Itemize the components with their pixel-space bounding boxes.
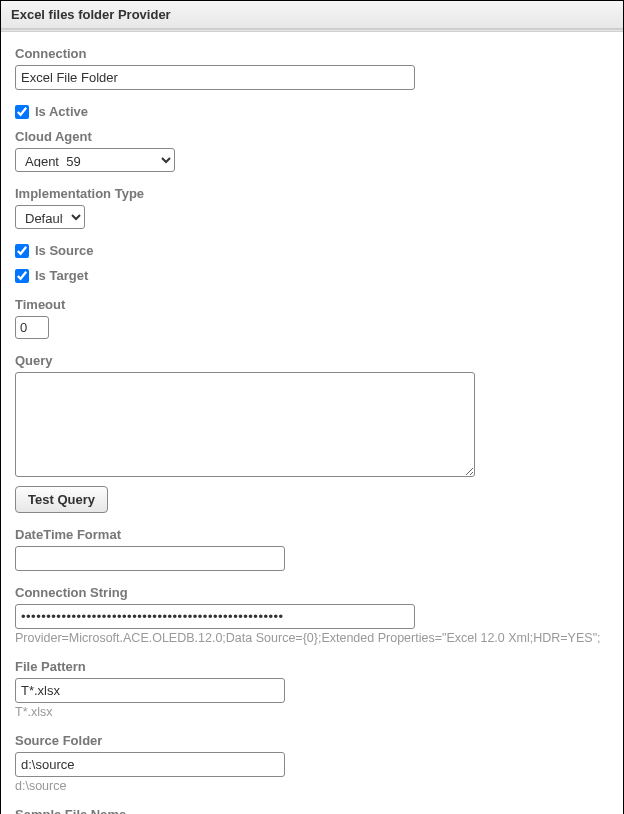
implementation-type-group: Implementation Type Default [15, 186, 609, 229]
query-group: Query Test Query [15, 353, 609, 513]
connection-input[interactable] [15, 65, 415, 90]
sample-file-name-label: Sample File Name [15, 807, 609, 814]
sample-file-name-group: Sample File Name sample.xlsx [15, 807, 609, 814]
file-pattern-label: File Pattern [15, 659, 609, 674]
file-pattern-input[interactable] [15, 678, 285, 703]
is-active-row: Is Active [15, 104, 609, 119]
datetime-format-input[interactable] [15, 546, 285, 571]
is-active-label: Is Active [35, 104, 88, 119]
query-textarea[interactable] [15, 372, 475, 477]
is-source-row: Is Source [15, 243, 609, 258]
connection-string-input[interactable] [15, 604, 415, 629]
test-query-button[interactable]: Test Query [15, 486, 108, 513]
window-title: Excel files folder Provider [1, 1, 623, 29]
connection-string-label: Connection String [15, 585, 609, 600]
timeout-group: Timeout [15, 297, 609, 339]
cloud-agent-select[interactable]: Agent_59 [15, 148, 175, 172]
timeout-label: Timeout [15, 297, 609, 312]
is-target-row: Is Target [15, 268, 609, 283]
is-target-checkbox[interactable] [15, 269, 29, 283]
source-folder-group: Source Folder d:\source [15, 733, 609, 793]
cloud-agent-label: Cloud Agent [15, 129, 609, 144]
form-area: Connection Is Active Cloud Agent Agent_5… [1, 32, 623, 814]
is-target-label: Is Target [35, 268, 88, 283]
implementation-type-label: Implementation Type [15, 186, 609, 201]
implementation-type-select[interactable]: Default [15, 205, 85, 229]
connection-label: Connection [15, 46, 609, 61]
file-pattern-hint: T*.xlsx [15, 705, 609, 719]
source-folder-hint: d:\source [15, 779, 609, 793]
file-pattern-group: File Pattern T*.xlsx [15, 659, 609, 719]
connection-string-group: Connection String Provider=Microsoft.ACE… [15, 585, 609, 645]
source-folder-input[interactable] [15, 752, 285, 777]
is-source-label: Is Source [35, 243, 94, 258]
timeout-input[interactable] [15, 316, 49, 339]
datetime-format-label: DateTime Format [15, 527, 609, 542]
provider-window: Excel files folder Provider Connection I… [0, 0, 624, 814]
datetime-format-group: DateTime Format [15, 527, 609, 571]
is-active-checkbox[interactable] [15, 105, 29, 119]
cloud-agent-group: Cloud Agent Agent_59 [15, 129, 609, 172]
connection-group: Connection [15, 46, 609, 90]
source-folder-label: Source Folder [15, 733, 609, 748]
is-source-checkbox[interactable] [15, 244, 29, 258]
query-label: Query [15, 353, 609, 368]
connection-string-hint: Provider=Microsoft.ACE.OLEDB.12.0;Data S… [15, 631, 609, 645]
